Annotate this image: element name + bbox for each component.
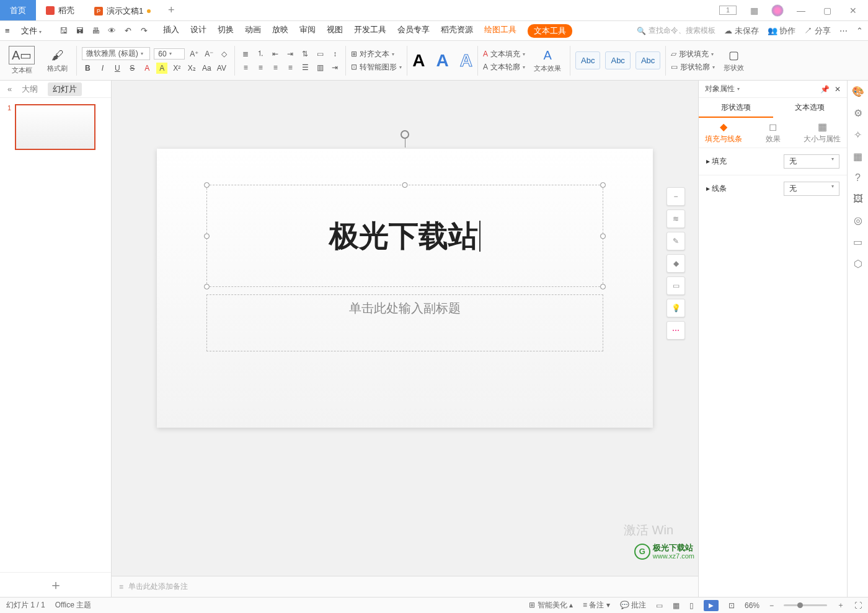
slide-thumb-1[interactable]: 1 <box>7 104 104 150</box>
sidebar-grid-icon[interactable]: ▦ <box>853 151 862 162</box>
increase-font-icon[interactable]: A⁺ <box>188 48 200 60</box>
save-as-icon[interactable]: 🖬 <box>74 26 85 35</box>
sidebar-star-icon[interactable]: ✧ <box>854 129 862 141</box>
canvas-stage[interactable]: 极光下载站 单击此处输入副标题 − ≋ ✎ ◆ ▭ 💡 ⋯ 激活 Win G <box>112 81 698 576</box>
add-slide-button[interactable]: ＋ <box>0 572 111 597</box>
pencil-icon[interactable]: ✎ <box>666 232 685 250</box>
tab-add-button[interactable]: + <box>161 0 182 20</box>
zoom-thumb[interactable] <box>797 602 803 608</box>
ribbon-tab-text-tools[interactable]: 文本工具 <box>528 24 572 38</box>
align-justify-button[interactable]: ≡ <box>285 62 296 73</box>
ribbon-tab-animation[interactable]: 动画 <box>245 24 261 38</box>
sidebar-settings-icon[interactable]: ⚙ <box>854 107 862 119</box>
view-reading-icon[interactable]: ▯ <box>689 601 694 610</box>
shape-effects-group[interactable]: ▢ 形状效 <box>720 48 748 73</box>
smart-convert-button[interactable]: ⊡转智能图形▾ <box>351 62 402 73</box>
zoom-out-icon[interactable]: − <box>666 187 685 206</box>
maximize-button[interactable]: ▢ <box>818 6 836 15</box>
ribbon-tab-slideshow[interactable]: 放映 <box>272 24 288 38</box>
numbers-button[interactable]: ⒈ <box>255 48 266 60</box>
text-style-preset-2[interactable]: A <box>436 51 449 71</box>
subtitle-textbox[interactable]: 单击此处输入副标题 <box>206 294 603 351</box>
line-toggle[interactable]: ▸ 线条 <box>706 183 727 194</box>
zoom-in-button[interactable]: ＋ <box>837 600 844 611</box>
shape-style-3[interactable]: Abc <box>636 51 660 69</box>
redo-icon[interactable]: ↷ <box>138 26 149 35</box>
tab-home[interactable]: 首页 <box>0 0 36 20</box>
text-effects-group[interactable]: A 文本效果 <box>530 48 565 73</box>
highlight-button[interactable]: A <box>156 63 167 74</box>
shape-outline-button[interactable]: ▭形状轮廓▾ <box>671 62 715 73</box>
coop-button[interactable]: 👥 协作 <box>768 25 796 37</box>
decrease-font-icon[interactable]: A⁻ <box>203 48 215 60</box>
tab-document[interactable]: P 演示文稿1 <box>84 0 161 20</box>
bulb-icon[interactable]: 💡 <box>666 299 685 317</box>
sidebar-image-icon[interactable]: 🖼 <box>853 193 863 205</box>
superscript-button[interactable]: X² <box>171 63 182 74</box>
more-icon[interactable]: ⋯ <box>839 26 848 35</box>
slide[interactable]: 极光下载站 单击此处输入副标题 − ≋ ✎ ◆ ▭ 💡 ⋯ <box>157 149 653 428</box>
change-case-button[interactable]: Aa <box>201 63 212 74</box>
handle-nw[interactable] <box>204 182 210 188</box>
close-panel-icon[interactable]: ✕ <box>835 85 841 94</box>
ribbon-tab-insert[interactable]: 插入 <box>163 24 179 38</box>
textbox-group[interactable]: A▭ 文本框 <box>5 46 38 75</box>
decrease-indent-button[interactable]: ⇤ <box>270 48 281 60</box>
close-button[interactable]: ✕ <box>844 6 862 15</box>
frame-icon[interactable]: ▭ <box>666 276 685 295</box>
ribbon-tab-design[interactable]: 设计 <box>190 24 206 38</box>
tab-outline[interactable]: 大纲 <box>22 84 38 95</box>
ribbon-tab-devtools[interactable]: 开发工具 <box>354 24 386 38</box>
underline-button[interactable]: U <box>112 63 123 74</box>
more-tools-icon[interactable]: ⋯ <box>666 321 685 340</box>
font-size-select[interactable]: 60▾ <box>154 48 185 60</box>
align-text-button[interactable]: ⊞对齐文本▾ <box>351 49 402 60</box>
rotate-handle[interactable] <box>401 130 409 139</box>
fill-select[interactable]: 无▾ <box>784 154 839 169</box>
zoom-out-button[interactable]: − <box>769 601 774 610</box>
zoom-value[interactable]: 66% <box>745 601 760 610</box>
align-right-button[interactable]: ≡ <box>270 62 281 73</box>
line-select[interactable]: 无▾ <box>784 182 839 196</box>
ribbon-tab-view[interactable]: 视图 <box>327 24 343 38</box>
title-textbox[interactable]: 极光下载站 <box>206 185 603 287</box>
handle-se[interactable] <box>600 284 606 289</box>
tab-doke[interactable]: 稻壳 <box>36 0 84 20</box>
fit-icon[interactable]: ⊡ <box>728 601 735 610</box>
pin-icon[interactable]: 📌 <box>820 85 830 94</box>
ribbon-tab-doke[interactable]: 稻壳资源 <box>441 24 473 38</box>
handle-w[interactable] <box>204 233 210 239</box>
format-painter-group[interactable]: 🖌 格式刷 <box>43 48 71 73</box>
layout-1-icon[interactable]: 1 <box>719 6 737 15</box>
columns-button[interactable]: ▥ <box>314 62 326 73</box>
italic-button[interactable]: I <box>97 63 108 74</box>
ribbon-tab-review[interactable]: 审阅 <box>299 24 316 38</box>
fullscreen-icon[interactable]: ⛶ <box>854 601 862 610</box>
minimize-button[interactable]: — <box>792 6 810 15</box>
layers-icon[interactable]: ≋ <box>666 209 685 228</box>
align-left-button[interactable]: ≡ <box>240 62 251 73</box>
clear-format-icon[interactable]: ◇ <box>218 48 229 60</box>
text-outline-button[interactable]: A文本轮廓▾ <box>483 62 525 73</box>
bucket-icon[interactable]: ◆ <box>666 254 685 273</box>
collapse-left-icon[interactable]: « <box>7 84 12 94</box>
line-spacing-button[interactable]: ↕ <box>329 48 340 60</box>
notes-bar[interactable]: ≡ 单击此处添加备注 <box>112 576 698 597</box>
sidebar-book-icon[interactable]: ▭ <box>853 236 862 248</box>
hamburger-icon[interactable]: ≡ <box>5 26 10 35</box>
text-fill-button[interactable]: A文本填充▾ <box>483 49 525 60</box>
print-preview-icon[interactable]: 👁 <box>106 26 117 35</box>
ribbon-tab-draw-tools[interactable]: 绘图工具 <box>484 24 516 38</box>
shape-fill-button[interactable]: ▱形状填充▾ <box>671 49 715 60</box>
sidebar-design-icon[interactable]: 🎨 <box>852 86 864 97</box>
text-style-preset-1[interactable]: A <box>412 51 425 71</box>
notes-button[interactable]: ≡ 备注 ▾ <box>583 600 610 611</box>
shape-style-1[interactable]: Abc <box>575 51 600 69</box>
smart-beautify-button[interactable]: ⊞ 智能美化 ▴ <box>529 600 573 611</box>
subtab-effects[interactable]: ◻效果 <box>748 118 798 148</box>
apps-icon[interactable]: ▦ <box>745 6 763 15</box>
ribbon-tab-transition[interactable]: 切换 <box>218 24 234 38</box>
tab-text-options[interactable]: 文本选项 <box>773 98 848 118</box>
user-avatar[interactable] <box>771 4 784 17</box>
print-icon[interactable]: 🖶 <box>90 26 101 35</box>
